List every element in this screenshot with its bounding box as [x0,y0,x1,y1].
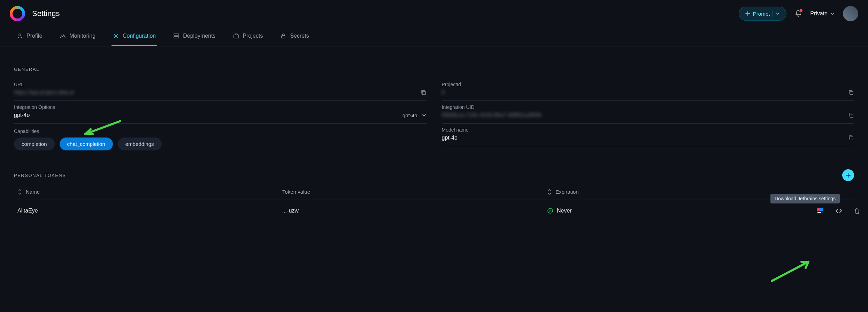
field-label: Model name [442,127,854,133]
tab-bar: Profile Monitoring Configuration Deploym… [0,27,868,46]
prompt-button[interactable]: Prompt [739,7,786,21]
url-value: https://api.project.alita.ai [14,89,74,96]
integration-options-value: gpt-4o [14,112,30,118]
scope-label: Private [810,10,828,17]
copy-icon[interactable] [848,112,854,118]
svg-rect-14 [817,212,821,213]
field-label: Integration UID [442,104,854,110]
chevron-down-icon [422,113,427,118]
token-expiration: Never [557,208,572,214]
token-name: AlitaEye [17,208,282,214]
plus-icon [845,172,851,178]
monitoring-icon [60,33,66,39]
section-general-title: GENERAL [14,67,854,72]
sort-icon [547,189,552,195]
th-token-value: Token value [282,189,547,195]
svg-rect-13 [820,208,823,211]
field-project-id: ProjectId 6 [442,78,854,101]
chevron-down-icon [776,12,780,16]
code-button[interactable] [835,207,843,215]
svg-rect-6 [422,91,425,95]
field-label: URL [14,82,427,87]
tab-projects[interactable]: Projects [232,27,264,46]
integration-uid-value: f5668cca-7c9c-4c59-86a7-98ff62ca868b [442,112,542,118]
field-integration-options[interactable]: Integration Options gpt-4o gpt-4o [14,101,427,124]
copy-icon[interactable] [848,89,854,96]
copy-icon[interactable] [420,89,427,96]
integration-options-selected: gpt-4o [402,112,417,118]
th-name[interactable]: Name [17,189,282,195]
sort-icon [17,189,22,195]
token-value: ...-uzw [282,208,547,214]
add-token-button[interactable] [842,169,854,181]
svg-rect-5 [282,36,285,38]
tab-label: Deployments [183,33,215,39]
tab-deployments[interactable]: Deployments [172,27,217,46]
gear-icon [113,33,119,39]
tab-label: Profile [26,33,42,39]
chip-chat-completion[interactable]: chat_completion [60,138,113,150]
tab-label: Secrets [290,33,309,39]
code-icon [835,207,843,215]
chevron-down-icon [830,12,835,16]
tab-label: Projects [243,33,263,39]
field-url: URL https://api.project.alita.ai [14,78,427,101]
svg-rect-12 [817,208,820,211]
field-label: Integration Options [14,104,427,110]
trash-icon [854,207,861,215]
svg-rect-4 [234,35,239,38]
scope-selector[interactable]: Private [810,10,835,17]
svg-point-1 [115,35,117,37]
section-tokens-title: PERSONAL TOKENS [14,173,66,178]
svg-rect-2 [174,34,179,35]
notifications-button[interactable] [795,10,802,17]
page-title: Settings [32,9,60,18]
tab-label: Monitoring [69,33,95,39]
avatar[interactable] [843,6,858,21]
field-capabilities: Capabilities completion chat_completion … [14,124,427,150]
plus-icon [745,11,750,16]
project-id-value: 6 [442,89,445,96]
field-label: Capabilities [14,128,427,134]
field-integration-uid: Integration UID f5668cca-7c9c-4c59-86a7-… [442,101,854,124]
briefcase-icon [233,33,239,39]
svg-rect-9 [850,137,853,140]
user-icon [17,33,23,39]
tab-profile[interactable]: Profile [15,27,44,46]
check-circle-icon [547,208,553,214]
app-logo[interactable] [10,6,25,21]
tokens-table: Name Token value Expiration AlitaEye ...… [14,184,854,222]
svg-rect-8 [850,114,853,117]
svg-point-0 [19,34,21,36]
chip-completion[interactable]: completion [14,138,55,150]
svg-rect-3 [174,37,179,38]
tab-secrets[interactable]: Secrets [279,27,310,46]
jetbrains-icon [816,207,824,215]
field-model-name: Model name gpt-4o [442,124,854,146]
tab-monitoring[interactable]: Monitoring [58,27,97,46]
download-jetbrains-button[interactable] [816,207,824,215]
field-label: ProjectId [442,82,854,87]
th-expiration[interactable]: Expiration [547,189,756,195]
svg-rect-7 [850,91,853,95]
chip-embeddings[interactable]: embeddings [118,138,162,150]
prompt-label: Prompt [753,11,770,17]
annotation-arrow [770,258,812,283]
tab-label: Configuration [123,33,156,39]
table-row: AlitaEye ...-uzw Never Download Jetbrain… [14,200,854,222]
model-name-value: gpt-4o [442,135,458,141]
deployments-icon [173,33,179,39]
tab-configuration[interactable]: Configuration [112,27,157,46]
delete-button[interactable] [854,207,861,215]
tooltip: Download Jetbrains settings [770,194,840,203]
lock-icon [280,33,286,39]
notification-dot [800,9,802,12]
copy-icon[interactable] [848,135,854,141]
